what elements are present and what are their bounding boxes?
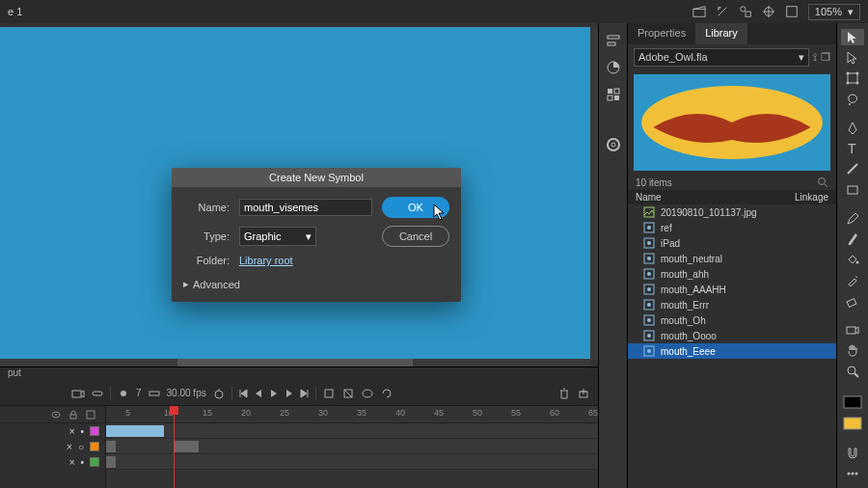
edit-scene-icon[interactable] [716, 5, 729, 18]
clapper-icon[interactable] [692, 5, 706, 18]
library-item[interactable]: mouth_Errr [628, 297, 836, 312]
pen-tool-icon[interactable] [841, 120, 864, 136]
text-tool-icon[interactable]: T [841, 140, 864, 156]
trash-icon[interactable] [557, 387, 571, 400]
eraser-tool-icon[interactable] [841, 292, 864, 309]
type-select[interactable]: Graphic▾ [239, 227, 316, 246]
library-item[interactable]: mouth_Oooo [628, 328, 836, 343]
center-icon[interactable] [762, 5, 775, 18]
stage[interactable]: Create New Symbol Name: OK Type: Graphic… [0, 23, 598, 366]
name-input[interactable] [239, 199, 372, 216]
timeline-tab[interactable]: put [0, 367, 598, 381]
layer-row[interactable]: ×• [0, 423, 105, 439]
cancel-button[interactable]: Cancel [382, 226, 449, 247]
zoom-tool-icon[interactable] [841, 363, 864, 379]
next-frame-icon[interactable] [285, 389, 294, 398]
eyedropper-icon[interactable] [841, 272, 864, 288]
properties-tab[interactable]: Properties [628, 23, 695, 44]
svg-point-42 [647, 272, 651, 276]
library-item[interactable]: mouth_Oh [628, 312, 836, 328]
track[interactable] [106, 423, 598, 439]
swatches-panel-icon[interactable] [602, 83, 625, 106]
subselection-tool-icon[interactable] [841, 49, 864, 66]
svg-rect-0 [693, 9, 705, 16]
vertical-scrollbar[interactable] [590, 27, 598, 360]
prev-frame-icon[interactable] [254, 389, 263, 398]
lock-header-icon[interactable] [68, 410, 78, 420]
camera-icon[interactable] [71, 387, 85, 400]
ruler-tick: 65 [588, 408, 598, 418]
svg-rect-13 [325, 390, 333, 397]
library-item[interactable]: mouth_Eeee [628, 343, 836, 359]
lasso-tool-icon[interactable] [841, 91, 864, 107]
library-item[interactable]: mouth_neutral [628, 251, 836, 266]
layer-link-icon[interactable] [91, 387, 104, 400]
document-select[interactable]: Adobe_Owl.fla▾ [634, 48, 809, 67]
timeline-ruler[interactable]: 510152025303540455055606570 [106, 406, 598, 423]
graphic-symbol-icon [643, 253, 655, 264]
remove-frame-icon[interactable] [341, 387, 355, 400]
snap-magnet-icon[interactable] [841, 445, 864, 461]
last-frame-icon[interactable] [300, 389, 310, 398]
library-item[interactable]: ref [628, 220, 836, 235]
library-item[interactable]: mouth_AAAHH [628, 282, 836, 297]
svg-rect-68 [844, 418, 861, 429]
paint-bucket-icon[interactable] [841, 252, 864, 268]
selection-tool-icon[interactable] [841, 29, 864, 45]
layer-row[interactable]: ×○ [0, 439, 105, 454]
graphic-symbol-icon [643, 299, 655, 311]
library-item[interactable]: mouth_ahh [628, 266, 836, 282]
brush-tool-icon[interactable] [841, 230, 864, 247]
span-icon[interactable] [148, 387, 161, 400]
play-icon[interactable] [269, 389, 279, 398]
advanced-toggle[interactable]: ▸Advanced [183, 274, 449, 290]
scene-tab[interactable]: e 1 [8, 6, 22, 17]
ok-button[interactable]: OK [382, 197, 449, 218]
svg-point-19 [55, 414, 57, 416]
folder-link[interactable]: Library root [239, 255, 293, 266]
line-tool-icon[interactable] [841, 161, 864, 177]
search-icon[interactable] [817, 176, 828, 188]
bitmap-icon [643, 206, 655, 218]
keyframe-icon[interactable] [117, 387, 130, 400]
svg-point-48 [647, 318, 651, 322]
track[interactable] [106, 439, 598, 454]
loop-icon[interactable] [380, 387, 393, 400]
playhead[interactable] [174, 406, 175, 488]
fill-swatch[interactable] [841, 415, 864, 431]
color-panel-icon[interactable] [602, 56, 625, 79]
chevron-down-icon: ▾ [848, 6, 854, 18]
camera-tool-icon[interactable] [841, 321, 864, 338]
track[interactable] [106, 454, 598, 470]
hand-tool-icon[interactable] [841, 342, 864, 359]
layer-row[interactable]: ×• [0, 454, 105, 470]
library-item[interactable]: 20190810_101137.jpg [628, 204, 836, 220]
horizontal-scrollbar[interactable] [0, 359, 590, 366]
pencil-tool-icon[interactable] [841, 210, 864, 227]
symbols-icon[interactable] [739, 5, 752, 18]
type-label: Type: [183, 230, 230, 242]
free-transform-icon[interactable] [841, 70, 864, 87]
library-item-label: mouth_Oooo [661, 331, 717, 341]
new-panel-icon[interactable]: ❐ [821, 51, 830, 64]
library-item[interactable]: iPad [628, 235, 836, 251]
first-frame-icon[interactable] [238, 389, 248, 398]
stopwatch-icon[interactable] [212, 387, 226, 400]
onion-skin-icon[interactable] [361, 387, 374, 400]
options-icon[interactable] [841, 466, 864, 482]
outline-header-icon[interactable] [86, 410, 95, 420]
svg-point-56 [847, 82, 850, 85]
zoom-select[interactable]: 105%▾ [808, 4, 860, 20]
align-panel-icon[interactable] [602, 29, 625, 52]
library-header[interactable]: Name Linkage [628, 190, 836, 204]
library-tab[interactable]: Library [695, 23, 747, 44]
stroke-swatch[interactable] [841, 394, 864, 411]
rectangle-tool-icon[interactable] [841, 181, 864, 198]
insert-frame-icon[interactable] [322, 387, 336, 400]
timeline-tracks[interactable]: 510152025303540455055606570 [106, 406, 598, 488]
visibility-header-icon[interactable] [51, 410, 61, 420]
new-layer-icon[interactable] [577, 387, 590, 400]
cc-libraries-icon[interactable] [602, 133, 625, 156]
pin-icon[interactable]: ⟟ [813, 51, 817, 64]
fit-icon[interactable] [785, 5, 799, 18]
